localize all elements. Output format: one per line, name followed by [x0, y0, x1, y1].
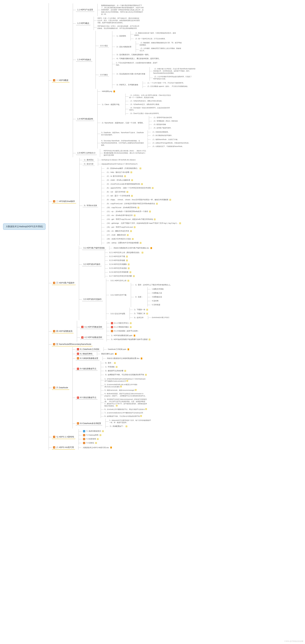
node-6-3[interactable]: 36.3 掉线时限参数设置 [76, 356, 100, 360]
leaf[interactable]: 2）HDFS如何控制客户端读取哪个副本节点数据 [110, 338, 152, 341]
node-6-5[interactable]: 56.5 退役旧数据节点 [76, 396, 98, 400]
node-4-1[interactable]: 14.1 HDFS写数据流程 [80, 325, 103, 329]
leaf[interactable]: 2）在namenode的hdfs-site.xml配置文件中增加dfs.host… [104, 383, 148, 388]
leaf[interactable]: 4）Secondary NameNode：并非NameNode的热备。当Name… [101, 140, 145, 146]
leaf[interactable]: 3.3.1 HDFS文件上传 [109, 279, 130, 282]
cmd-item[interactable]: （4）-moveFromLocal从本地剪切粘贴到hdfs [105, 182, 144, 186]
leaf[interactable]: 3.3.3 定位文件读取 [109, 312, 126, 315]
section-1[interactable]: 1一 HDFS概述 [52, 78, 70, 82]
section-4[interactable]: 4四 HDFS的数据流 [52, 329, 74, 333]
cmd-item[interactable]: （14）-getmerge ：合并下载多个文件，比如hdfs的目录 /aaa/下… [105, 222, 182, 225]
node-4-2[interactable]: 24.2 HDFS读数据流程 [80, 336, 103, 339]
file-link[interactable]: Hdfs架构.png [101, 90, 116, 93]
section-6[interactable]: 6六 DataNode [52, 386, 69, 390]
leaf[interactable]: 2）实操： [134, 295, 144, 298]
node-1-3-1[interactable]: 1.3.1 优点 [99, 44, 109, 48]
node-1-3-2[interactable]: 1.3.2 缺点 [99, 73, 109, 76]
cmd-item[interactable]: （6）-cat ：显示文件内容 [105, 190, 130, 194]
node-1-5[interactable]: 1.5 HDFS 文件块大小 [76, 151, 97, 155]
leaf[interactable]: 3.2.4 HDFS文件夹删除 [108, 263, 131, 266]
leaf[interactable]: 2）命令大全 [83, 162, 95, 166]
node-6-4[interactable]: 46.4 服役新数据节点 [76, 367, 98, 371]
cmd-item[interactable]: （18）-du统计文件夹的大小信息 [105, 237, 135, 240]
leaf[interactable]: 0）需求： [104, 361, 117, 364]
leaf[interactable]: 24.1.2 网络拓扑概念 [110, 325, 133, 329]
file-link[interactable]: 数据完整性.pptx [100, 352, 118, 356]
leaf[interactable]: 3）如果数据不均衡，可以用命令实现集群的再平衡 [104, 373, 148, 376]
node-1-2[interactable]: 1.2 HDFS概念 [76, 22, 91, 25]
file-link[interactable]: 尚硅谷大数据技术之HDFS客户端环境准备.doc [112, 246, 153, 250]
leaf[interactable]: 34.1.3 机架感知（副本节点选择） [110, 329, 140, 332]
cmd-item[interactable]: （3）-mkdir：在hdfs上创建目录 [105, 178, 134, 182]
leaf[interactable]: 3）DataNode：就是Slave。NameNode下达命令，DataNode… [101, 131, 145, 136]
leaf[interactable]: 3）流式数据访问，它能保证数据的一致性。 [115, 53, 152, 56]
cmd-item[interactable]: （8）-chgrp 、-chmod、-chown：linux文件系统中的用法一样… [105, 198, 172, 201]
cmd-item[interactable]: （19）-setrep：设置hdfs中文件的副本数量 [105, 241, 143, 244]
leaf[interactable]: 27.2 Hadoop存档 [82, 434, 102, 437]
file-link[interactable]: 尚硅谷大数据技术之掉线时限参数设置.doc [106, 357, 144, 360]
leaf[interactable]: 1）在NameNode的/opt/module/hadoop-2.7.2/etc… [104, 378, 148, 382]
node-6-1[interactable]: 16.1 DataNode工作机制 [76, 348, 100, 351]
section-3[interactable]: 3三 HDFS客户端操作 [52, 281, 76, 285]
section-5[interactable]: 5五 NameNode和SecondaryNameNode [52, 342, 92, 346]
cmd-item[interactable]: （0）启动Hadoop集群（方便后续的测试） [105, 167, 143, 170]
leaf[interactable]: 1）环境准备 [104, 365, 119, 368]
cmd-item[interactable]: （7）-tail：显示一个文件的末尾 [105, 194, 134, 198]
leaf[interactable]: 1）datanode也可以配置成多个目录，每个目录存储的数据不一样。即：数据不是… [109, 419, 153, 424]
leaf[interactable]: 4）检查web浏览器，退役节点的状态为decommission in progr… [104, 392, 148, 397]
cmd-item[interactable]: （9）-copyFromLocal：从本地文件系统中拷贝文件到hdfs路径去 [105, 202, 159, 205]
leaf[interactable]: 7）从namenode的slave文件中删除退役节点hadoop105 [104, 412, 144, 414]
leaf[interactable]: 2）服役新节点具体步骤 [104, 369, 127, 372]
node-3-1[interactable]: 3.1 HDFS客户端环境准备 [82, 246, 106, 250]
node-6-2[interactable]: 26.2 数据完整性 [76, 352, 94, 356]
cmd-item[interactable]: （15）-put：等同于copyFromLocal [105, 226, 137, 229]
cmd-item[interactable]: （11）-cp ：从hdfs的一个路径拷贝到hdfs的另一个路径 [105, 210, 152, 213]
leaf[interactable]: 5）等待退役节点状态为decommissioned（所有块已经复制完成），停止该… [104, 398, 148, 408]
leaf[interactable]: 3.2.3 HDFS目录创建 [108, 259, 129, 262]
leaf[interactable]: 1）Client：就是客户端。 [101, 103, 122, 106]
leaf[interactable]: 37.3 快照管理 [82, 437, 100, 440]
leaf[interactable]: 47.4 回收站 [82, 441, 98, 444]
node-1-4[interactable]: 1.4 HDFS组成架构 [76, 117, 94, 121]
leaf[interactable]: 1）基本语法 [83, 158, 95, 162]
cmd-item[interactable]: （2）-ls: 显示目录信息 [105, 174, 127, 178]
cmd-item[interactable]: （17）-rmdir：删除空目录 [105, 233, 130, 236]
leaf[interactable]: 3）刷新namenode、刷新resourcemanager [104, 389, 137, 392]
cmd-item[interactable]: （5）-appendToFile ：追加一个文件到已经存在的文件末尾 [105, 186, 155, 190]
leaf[interactable]: 3.2.1 HDFS文件上传（测试参数优先级） [108, 251, 145, 254]
section-7[interactable]: 7七 HDFS 2.X新特性 [52, 435, 75, 439]
node-1-3[interactable]: 1.3 HDFS优缺点 [76, 58, 92, 62]
leaf[interactable]: 4）可构建在廉价机器上，通过多副本机制，提高可靠性。 [115, 57, 162, 60]
leaf[interactable]: 1）下载第一块 [133, 308, 149, 311]
cmd-item[interactable]: （10）-copyToLocal：从hdfs拷贝到本地 [105, 206, 141, 209]
leaf[interactable]: 3）合并文件 [133, 316, 145, 319]
file-link[interactable]: DataNode工作机制.pptx [107, 348, 130, 351]
node-6-6[interactable]: 66.6 DataNode多目录配置 [76, 422, 102, 426]
root-node[interactable]: 大数据技术之Hadoop(HDFS文件系统) [3, 224, 46, 230]
cmd-item[interactable]: （1）-help：输出这个命令参数 [105, 170, 134, 174]
leaf[interactable]: 3.3.2 HDFS文件下载 [109, 294, 128, 297]
cmd-item[interactable]: （16）-rm：删除文件或文件夹 [105, 230, 133, 233]
leaf[interactable]: 3.2.7 HDFS文件和文件夹判断 [108, 274, 136, 278]
node-3-3[interactable]: 3.3 HDFS的I/O流操作 [82, 298, 103, 301]
leaf[interactable]: 6）从include文件中删除退役节点，再运行刷新节点的命令 [104, 408, 147, 411]
cmd-item[interactable]: （12）-mv：在hdfs目录中移动文件 [105, 214, 137, 217]
leaf[interactable]: 8）如果数据不均衡，可以用命令实现集群的再平衡 [104, 415, 143, 418]
leaf[interactable]: 3）常用命令实操 [83, 204, 98, 207]
leaf[interactable]: 3.2.5 HDFS文件名更改 [108, 266, 131, 270]
leaf[interactable]: 2）NameNode：就是Master，它是一个主管、管理者。 [101, 121, 146, 124]
leaf[interactable]: 2）适合大数据处理 [115, 45, 133, 48]
node-1-1[interactable]: 1.1 HDFS产生背景 [76, 8, 94, 12]
cmd-item[interactable]: （13）-get：等同于copyToLocal，就是从hdfs下载文件到本地 [105, 218, 157, 221]
leaf[interactable]: 3.2.2 HDFS文件下载 [108, 255, 129, 258]
leaf[interactable]: 1）需求：从HDFS上下载文件到本地控制台上。 [134, 283, 173, 286]
leaf[interactable]: 2）具体配置如下： [109, 425, 129, 428]
leaf[interactable]: 17.1 集群间数据拷贝 [82, 430, 105, 433]
leaf[interactable]: 3）并发写入、文件随机修改 [115, 83, 139, 86]
leaf[interactable]: 2）无法高效的对大量小文件进行存储 [115, 72, 146, 76]
leaf[interactable]: 1）高容错性 [115, 34, 127, 38]
node-3-2[interactable]: 3.2 HDFS的API操作 [82, 262, 102, 266]
leaf[interactable]: 14.1.1 剖析文件写入 [110, 322, 133, 325]
file-link[interactable]: 1）HDFS的读数据流程.pptx [110, 334, 137, 337]
file-link[interactable]: 大数据技术之HDFS HA高可用.doc [81, 446, 113, 449]
